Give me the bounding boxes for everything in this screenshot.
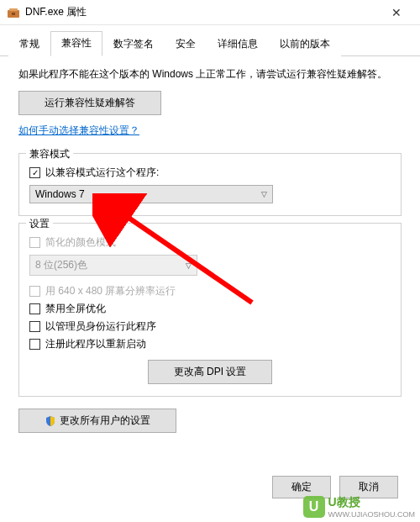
color-depth-select: 8 位(256)色 ▽ (29, 255, 197, 276)
settings-group-title: 设置 (26, 217, 53, 231)
low-res-label: 用 640 x 480 屏幕分辨率运行 (45, 284, 176, 298)
svg-rect-2 (12, 13, 15, 15)
titlebar: DNF.exe 属性 ✕ (0, 0, 420, 25)
compat-mode-select[interactable]: Windows 7 ▽ (29, 185, 273, 203)
tab-security[interactable]: 安全 (165, 32, 207, 56)
manual-settings-link[interactable]: 如何手动选择兼容性设置？ (18, 124, 139, 138)
close-button[interactable]: ✕ (380, 0, 413, 25)
all-users-button[interactable]: 更改所有用户的设置 (18, 409, 176, 433)
shield-icon (45, 415, 56, 427)
window-title: DNF.exe 属性 (25, 5, 380, 19)
tab-compatibility[interactable]: 兼容性 (50, 31, 102, 56)
watermark-badge-icon: U (303, 496, 325, 518)
watermark: U U教授 WWW.UJIAOSHOU.COM (303, 495, 416, 519)
run-as-admin-checkbox[interactable] (29, 321, 40, 332)
color-depth-selected: 8 位(256)色 (35, 258, 87, 272)
run-as-admin-label: 以管理员身份运行此程序 (45, 319, 156, 334)
watermark-url: WWW.UJIAOSHOU.COM (328, 510, 416, 519)
intro-text: 如果此程序不能在这个版本的 Windows 上正常工作，请尝试运行兼容性疑难解答… (18, 66, 402, 82)
tab-previous-versions[interactable]: 以前的版本 (269, 32, 341, 56)
chevron-down-icon: ▽ (186, 261, 192, 270)
chevron-down-icon: ▽ (261, 190, 267, 198)
reduced-color-checkbox (29, 237, 40, 248)
tab-digital-signatures[interactable]: 数字签名 (102, 32, 165, 56)
tab-details[interactable]: 详细信息 (207, 32, 269, 56)
compat-mode-label: 以兼容模式运行这个程序: (45, 166, 159, 180)
tab-strip: 常规 兼容性 数字签名 安全 详细信息 以前的版本 (0, 25, 420, 56)
app-icon (7, 6, 20, 19)
tab-general[interactable]: 常规 (8, 32, 50, 56)
disable-fullscreen-label: 禁用全屏优化 (45, 302, 106, 316)
tab-content: 如果此程序不能在这个版本的 Windows 上正常工作，请尝试运行兼容性疑难解答… (0, 56, 420, 440)
compat-mode-group-title: 兼容模式 (26, 147, 73, 161)
compat-mode-group: 兼容模式 以兼容模式运行这个程序: Windows 7 ▽ (18, 153, 402, 216)
watermark-brand: U教授 (328, 495, 360, 509)
svg-rect-1 (9, 8, 18, 11)
register-restart-label: 注册此程序以重新启动 (45, 337, 146, 351)
settings-group: 设置 简化的颜色模式 8 位(256)色 ▽ 用 640 x 480 屏幕分辨率… (18, 223, 402, 397)
compat-mode-selected: Windows 7 (35, 188, 85, 200)
low-res-checkbox (29, 286, 40, 297)
register-restart-checkbox[interactable] (29, 339, 40, 350)
disable-fullscreen-checkbox[interactable] (29, 303, 40, 314)
dpi-settings-button[interactable]: 更改高 DPI 设置 (148, 360, 273, 384)
compat-mode-checkbox[interactable] (29, 167, 40, 178)
close-icon: ✕ (391, 6, 402, 19)
troubleshoot-button[interactable]: 运行兼容性疑难解答 (18, 91, 161, 115)
reduced-color-label: 简化的颜色模式 (45, 235, 116, 250)
